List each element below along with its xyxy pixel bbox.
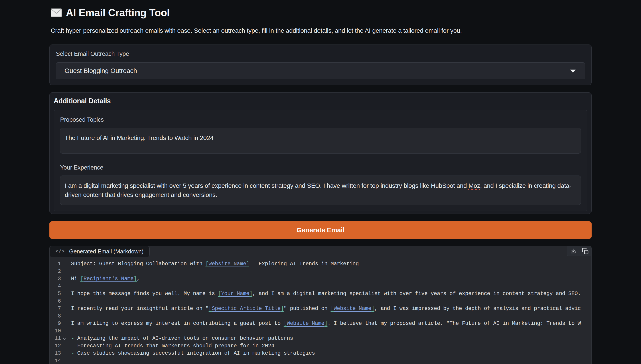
line-number: 12 bbox=[50, 342, 67, 350]
code-content[interactable]: Subject: Guest Blogging Collaboration wi… bbox=[67, 260, 591, 364]
code-line: Subject: Guest Blogging Collaboration wi… bbox=[71, 260, 591, 268]
line-number: 14 bbox=[50, 357, 67, 364]
chevron-down-icon bbox=[570, 70, 576, 73]
markdown-link-token: [Website Name] bbox=[284, 320, 328, 326]
code-line: I recently read your insightful article … bbox=[71, 305, 591, 312]
line-number: 3 bbox=[50, 275, 67, 282]
code-editor: 1234567891011121314 Subject: Guest Blogg… bbox=[50, 258, 591, 364]
line-number: 2 bbox=[50, 268, 67, 275]
proposed-topics-value: The Future of AI in Marketing: Trends to… bbox=[65, 134, 214, 141]
line-number: 5 bbox=[50, 290, 67, 298]
outreach-type-label: Select Email Outreach Type bbox=[56, 50, 585, 58]
fold-chevron-icon[interactable] bbox=[62, 336, 67, 341]
code-label: Generated Email (Markdown) bbox=[69, 248, 143, 255]
code-label-tab: </> Generated Email (Markdown) bbox=[50, 246, 150, 257]
outreach-type-dropdown[interactable]: Guest Blogging Outreach bbox=[56, 62, 585, 79]
code-line bbox=[71, 357, 591, 364]
page-title: AI Email Crafting Tool bbox=[66, 7, 170, 19]
envelope-icon bbox=[51, 8, 62, 17]
code-line: I hope this message finds you well. My n… bbox=[71, 290, 591, 298]
line-number: 9 bbox=[50, 320, 67, 327]
line-number: 6 bbox=[50, 298, 67, 305]
markdown-link-token: [Specific Article Title] bbox=[208, 306, 284, 312]
your-experience-input[interactable]: I am a digital marketing specialist with… bbox=[60, 176, 581, 205]
code-toolbar bbox=[567, 246, 592, 256]
code-icon: </> bbox=[56, 249, 64, 254]
outreach-type-panel: Select Email Outreach Type Guest Bloggin… bbox=[50, 44, 592, 85]
markdown-link-token: [Website Name] bbox=[330, 306, 374, 312]
code-line: - Analyzing the impact of AI-driven tool… bbox=[71, 335, 591, 342]
misspelled-word: Moz bbox=[468, 182, 480, 189]
additional-details-group: Proposed Topics The Future of AI in Mark… bbox=[54, 110, 587, 211]
code-line bbox=[71, 327, 591, 335]
generated-email-codeblock: </> Generated Email (Markdown) 123456789… bbox=[50, 246, 592, 364]
code-line: Hi [Recipient's Name], bbox=[71, 275, 591, 282]
your-experience-label: Your Experience bbox=[60, 164, 581, 171]
additional-details-panel: Additional Details Proposed Topics The F… bbox=[50, 92, 592, 214]
code-line: - Forecasting AI trends that marketers s… bbox=[71, 342, 591, 350]
line-number: 13 bbox=[50, 350, 67, 357]
download-icon bbox=[570, 248, 577, 255]
outreach-type-value: Guest Blogging Outreach bbox=[64, 67, 137, 74]
code-line bbox=[71, 282, 591, 290]
line-number: 4 bbox=[50, 282, 67, 290]
markdown-link-token: [Website Name] bbox=[206, 261, 249, 267]
app-page: AI Email Crafting Tool Craft hyper-perso… bbox=[50, 0, 592, 364]
code-line bbox=[71, 268, 591, 275]
generate-email-button[interactable]: Generate Email bbox=[50, 222, 592, 239]
line-number: 1 bbox=[50, 260, 67, 268]
line-number: 10 bbox=[50, 327, 67, 335]
line-number: 8 bbox=[50, 312, 67, 320]
code-line bbox=[71, 298, 591, 305]
line-number: 11 bbox=[50, 335, 67, 342]
code-line: - Case studies showcasing successful int… bbox=[71, 350, 591, 357]
download-button[interactable] bbox=[567, 246, 579, 256]
line-number: 7 bbox=[50, 305, 67, 312]
markdown-link-token: [Recipient's Name] bbox=[80, 276, 137, 282]
proposed-topics-label: Proposed Topics bbox=[60, 116, 581, 123]
markdown-link-token: [Your Name] bbox=[218, 290, 252, 296]
experience-text-before: I am a digital marketing specialist with… bbox=[65, 182, 468, 189]
code-gutter: 1234567891011121314 bbox=[50, 260, 67, 364]
code-line: I am writing to express my interest in c… bbox=[71, 320, 591, 327]
page-header: AI Email Crafting Tool bbox=[50, 7, 592, 19]
additional-details-heading: Additional Details bbox=[54, 97, 587, 105]
code-line bbox=[71, 312, 591, 320]
page-subtitle: Craft hyper-personalized outreach emails… bbox=[51, 27, 592, 34]
copy-button[interactable] bbox=[579, 246, 591, 256]
copy-icon bbox=[582, 248, 589, 255]
proposed-topics-input[interactable]: The Future of AI in Marketing: Trends to… bbox=[60, 128, 581, 154]
